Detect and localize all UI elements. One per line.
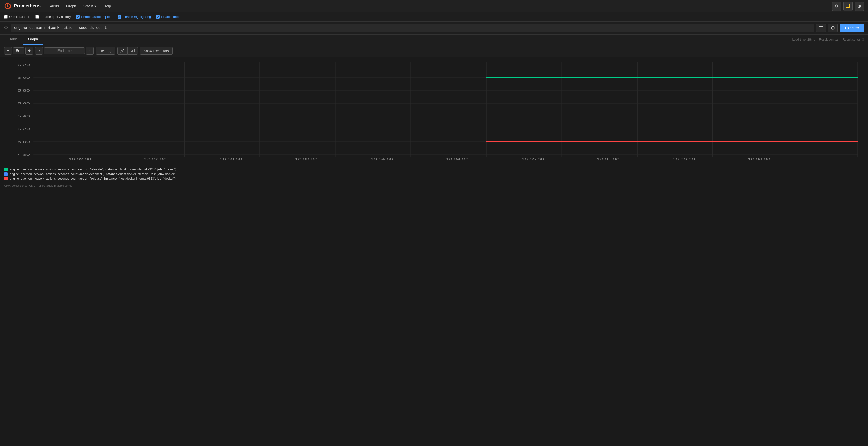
- linter-label: Enable linter: [161, 15, 180, 19]
- line-chart-button[interactable]: [117, 47, 128, 55]
- svg-text:10:33:00: 10:33:00: [219, 158, 242, 161]
- endtime-row: ‹ ›: [35, 47, 94, 55]
- navbar: Prometheus Alerts Graph Status ▾ Help ⚙ …: [0, 0, 868, 12]
- svg-rect-10: [819, 28, 822, 28]
- autocomplete-label: Enable autocomplete: [81, 15, 113, 19]
- endtime-input[interactable]: [44, 47, 85, 54]
- time-controls: − 5m +: [4, 47, 33, 55]
- local-time-checkbox[interactable]: [4, 15, 8, 19]
- load-time: Load time: 26ms: [792, 38, 815, 41]
- svg-rect-4: [7, 8, 8, 9]
- svg-text:10:33:30: 10:33:30: [295, 158, 317, 161]
- linter-checkbox[interactable]: [156, 15, 160, 19]
- svg-text:10:32:00: 10:32:00: [68, 158, 91, 161]
- svg-text:10:35:30: 10:35:30: [597, 158, 620, 161]
- tab-graph[interactable]: Graph: [23, 35, 43, 44]
- format-button[interactable]: [816, 24, 826, 32]
- svg-text:6.00: 6.00: [18, 76, 30, 79]
- svg-rect-3: [7, 3, 8, 4]
- duration-increase-button[interactable]: +: [25, 47, 33, 55]
- app-title: Prometheus: [14, 3, 40, 9]
- linter-checkbox-label[interactable]: Enable linter: [156, 15, 180, 19]
- query-history-label: Enable query history: [40, 15, 71, 19]
- list-item[interactable]: engine_daemon_network_actions_seconds_co…: [4, 168, 864, 171]
- brand: Prometheus: [4, 3, 40, 10]
- time-prev-button[interactable]: ‹: [35, 47, 43, 55]
- result-series: Result series: 3: [843, 38, 864, 41]
- legend-label-1: engine_daemon_network_actions_seconds_co…: [10, 168, 176, 171]
- highlighting-checkbox-label[interactable]: Enable highlighting: [118, 15, 151, 19]
- list-item[interactable]: engine_daemon_network_actions_seconds_co…: [4, 172, 864, 176]
- local-time-checkbox-label[interactable]: Use local time: [4, 15, 30, 19]
- legend-label-2: engine_daemon_network_actions_seconds_co…: [10, 172, 176, 176]
- chart-type-buttons: [117, 47, 138, 55]
- search-icon: [4, 26, 9, 30]
- svg-rect-18: [4, 57, 864, 165]
- highlighting-checkbox[interactable]: [118, 15, 121, 19]
- svg-rect-11: [819, 29, 822, 30]
- query-input[interactable]: [11, 24, 814, 32]
- svg-rect-16: [132, 50, 133, 52]
- svg-rect-6: [9, 6, 10, 6]
- metrics-explorer-button[interactable]: [828, 24, 838, 32]
- show-exemplars-button[interactable]: Show Exemplars: [140, 47, 173, 55]
- legend-color-3: [4, 177, 8, 180]
- time-next-button[interactable]: ›: [86, 47, 94, 55]
- local-time-label: Use local time: [9, 15, 30, 19]
- svg-text:10:36:00: 10:36:00: [673, 158, 695, 161]
- svg-rect-9: [819, 26, 823, 27]
- legend-color-2: [4, 172, 8, 176]
- svg-text:10:35:00: 10:35:00: [522, 158, 544, 161]
- duration-decrease-button[interactable]: −: [4, 47, 12, 55]
- query-history-checkbox[interactable]: [35, 15, 39, 19]
- chart-area: 6.20 6.00 5.80 5.60 5.40 5.20 5.00 4.80 …: [4, 57, 864, 165]
- graph-controls: − 5m + ‹ › Res. (s) Show Exemplars: [0, 45, 868, 57]
- legend-hint: Click: select series, CMD + click: toggl…: [0, 183, 868, 189]
- svg-text:5.20: 5.20: [18, 127, 30, 131]
- legend-label-3: engine_daemon_network_actions_seconds_co…: [10, 177, 176, 180]
- svg-point-14: [833, 28, 833, 29]
- svg-point-2: [7, 5, 9, 7]
- autocomplete-checkbox-label[interactable]: Enable autocomplete: [76, 15, 113, 19]
- resolution: Resolution: 1s: [819, 38, 838, 41]
- svg-text:5.40: 5.40: [18, 114, 30, 118]
- legend-color-1: [4, 168, 8, 171]
- svg-text:10:32:30: 10:32:30: [144, 158, 166, 161]
- tabs: Table Graph: [4, 35, 43, 44]
- svg-text:5.00: 5.00: [18, 140, 30, 143]
- highlighting-label: Enable highlighting: [123, 15, 151, 19]
- toolbar: Use local time Enable query history Enab…: [0, 12, 868, 22]
- autocomplete-checkbox[interactable]: [76, 15, 80, 19]
- nav-status-dropdown[interactable]: Status ▾: [80, 3, 100, 10]
- search-actions: Execute: [816, 24, 864, 32]
- svg-text:5.80: 5.80: [18, 89, 30, 92]
- svg-rect-15: [131, 51, 132, 52]
- legend: engine_daemon_network_actions_seconds_co…: [0, 165, 868, 183]
- svg-text:5.60: 5.60: [18, 102, 30, 105]
- contrast-button[interactable]: ◑: [855, 2, 864, 11]
- list-item[interactable]: engine_daemon_network_actions_seconds_co…: [4, 177, 864, 180]
- nav-alerts[interactable]: Alerts: [47, 3, 62, 10]
- resolution-button[interactable]: Res. (s): [96, 47, 115, 55]
- svg-line-8: [7, 29, 8, 30]
- nav-links: Alerts Graph Status ▾ Help: [47, 3, 114, 10]
- svg-rect-17: [134, 49, 135, 52]
- navbar-right: ⚙ 🌙 ◑: [832, 2, 864, 11]
- tabs-row: Table Graph Load time: 26ms Resolution: …: [0, 35, 868, 45]
- nav-status-label: Status: [84, 4, 94, 8]
- query-history-checkbox-label[interactable]: Enable query history: [35, 15, 71, 19]
- prometheus-logo-icon: [4, 3, 11, 10]
- theme-toggle-button[interactable]: 🌙: [843, 2, 852, 11]
- nav-graph[interactable]: Graph: [63, 3, 79, 10]
- chevron-down-icon: ▾: [94, 4, 96, 8]
- stacked-chart-button[interactable]: [128, 47, 138, 55]
- execute-button[interactable]: Execute: [840, 24, 864, 32]
- chart-svg: 6.20 6.00 5.80 5.60 5.40 5.20 5.00 4.80 …: [4, 57, 864, 165]
- svg-text:10:34:30: 10:34:30: [446, 158, 469, 161]
- tab-table[interactable]: Table: [4, 35, 23, 44]
- svg-text:6.20: 6.20: [18, 63, 30, 66]
- nav-help[interactable]: Help: [100, 3, 114, 10]
- settings-button[interactable]: ⚙: [832, 2, 841, 11]
- svg-text:10:34:00: 10:34:00: [370, 158, 393, 161]
- svg-rect-5: [5, 6, 6, 6]
